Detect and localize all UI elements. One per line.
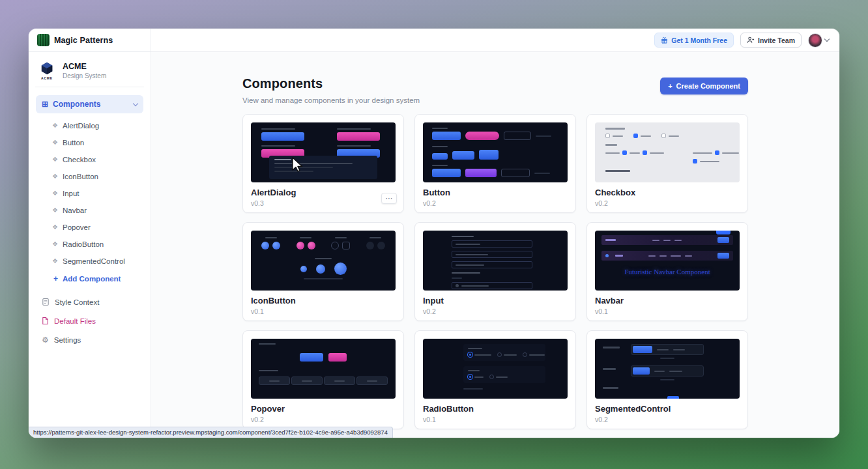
thumb-demo	[452, 277, 462, 279]
thumb-demo	[667, 396, 679, 399]
sidebar-item-default-files[interactable]: Default Files	[35, 311, 144, 330]
component-icon: ❖	[52, 156, 58, 163]
thumb-demo	[452, 272, 480, 274]
component-icon: ❖	[52, 224, 58, 231]
thumb-demo	[257, 258, 389, 279]
component-card-radiobutton[interactable]: RadioButton v0.1	[414, 330, 576, 429]
card-name: Navbar	[595, 296, 747, 306]
component-card-checkbox[interactable]: Checkbox v0.2	[586, 114, 748, 213]
sidebar-item-navbar[interactable]: ❖Navbar	[35, 202, 144, 219]
card-menu-button[interactable]: ⋯	[381, 193, 397, 204]
card-version: v0.1	[251, 307, 403, 315]
sidebar-item-iconbutton[interactable]: ❖IconButton	[35, 168, 144, 185]
gift-icon	[661, 36, 668, 44]
thumb-demo	[259, 343, 276, 345]
sidebar-item-input[interactable]: ❖Input	[35, 185, 144, 202]
top-bar: Magic Patterns Get 1 Month Free Invite T…	[29, 29, 839, 52]
thumb-headline: Futuristic Navbar Component	[601, 268, 733, 276]
component-thumbnail[interactable]	[595, 339, 740, 399]
component-list: ❖AlertDialog ❖Button ❖Checkbox ❖IconButt…	[35, 116, 144, 289]
sidebar-item-style-context[interactable]: Style Context	[35, 292, 144, 311]
component-thumbnail[interactable]	[251, 339, 396, 399]
get-month-free-label: Get 1 Month Free	[671, 36, 727, 44]
thumb-demo	[605, 144, 617, 146]
component-card-navbar[interactable]: Futuristic Navbar Component Navbar v0.1	[586, 222, 748, 321]
thumb-demo	[463, 366, 545, 383]
sidebar-item-settings[interactable]: ⚙ Settings	[35, 330, 144, 349]
thumb-demo	[716, 231, 731, 234]
card-version: v0.3	[251, 199, 403, 207]
component-thumbnail[interactable]	[423, 122, 568, 182]
add-component-button[interactable]: + Add Component	[35, 270, 144, 287]
component-card-popover[interactable]: Popover v0.2	[242, 330, 404, 429]
thumb-demo	[257, 237, 389, 249]
component-thumbnail[interactable]	[595, 122, 740, 182]
sidebar-item-label: AlertDialog	[63, 122, 99, 130]
component-thumbnail[interactable]	[251, 122, 396, 182]
sidebar-item-components[interactable]: ⊞ Components	[36, 95, 143, 113]
plus-icon: +	[53, 275, 58, 283]
acme-logo: ACME	[37, 61, 57, 80]
component-card-segmentedcontrol[interactable]: SegmentedControl v0.2	[586, 330, 748, 429]
create-component-button[interactable]: + Create Component	[660, 78, 748, 94]
thumb-demo	[452, 261, 532, 268]
sidebar-item-label: RadioButton	[63, 240, 104, 248]
component-card-input[interactable]: Input v0.2	[414, 222, 576, 321]
sidebar-item-alertdialog[interactable]: ❖AlertDialog	[35, 117, 144, 134]
card-name: Button	[423, 188, 575, 197]
card-name: Popover	[251, 404, 403, 414]
thumb-demo	[601, 235, 733, 245]
thumb-demo	[259, 353, 388, 362]
components-nav-label: Components	[53, 100, 100, 109]
add-component-label: Add Component	[63, 275, 121, 283]
get-month-free-button[interactable]: Get 1 Month Free	[654, 33, 734, 48]
component-icon: ❖	[52, 190, 58, 197]
sidebar-item-popover[interactable]: ❖Popover	[35, 219, 144, 236]
card-name: Input	[423, 296, 575, 306]
gear-icon: ⚙	[42, 336, 49, 344]
component-card-alertdialog[interactable]: AlertDialog v0.3 ⋯	[242, 114, 404, 213]
card-version: v0.2	[423, 199, 575, 207]
component-card-button[interactable]: Button v0.2	[414, 114, 576, 213]
component-thumbnail[interactable]	[251, 231, 396, 291]
invite-team-label: Invite Team	[758, 36, 795, 44]
avatar	[808, 33, 822, 48]
component-thumbnail[interactable]: Futuristic Navbar Component	[595, 231, 740, 291]
chevron-down-icon	[824, 36, 830, 42]
plus-icon: +	[668, 82, 672, 90]
component-icon: ❖	[52, 122, 58, 129]
topbar-actions: Get 1 Month Free Invite Team	[654, 33, 839, 48]
default-files-label: Default Files	[54, 317, 96, 325]
component-thumbnail[interactable]	[423, 339, 568, 399]
sidebar-item-segmentedcontrol[interactable]: ❖SegmentedControl	[35, 253, 144, 270]
card-version: v0.2	[423, 307, 575, 315]
sidebar-item-radiobutton[interactable]: ❖RadioButton	[35, 236, 144, 253]
thumb-demo	[259, 370, 278, 371]
thumb-demo	[452, 282, 532, 289]
thumb-demo	[463, 388, 483, 390]
component-thumbnail[interactable]	[423, 231, 568, 291]
component-icon: ❖	[52, 173, 58, 180]
document-icon	[42, 298, 50, 306]
thumb-demo	[261, 128, 310, 141]
card-name: AlertDialog	[251, 188, 403, 197]
card-version: v0.2	[595, 199, 747, 207]
thumb-demo	[337, 128, 385, 141]
invite-team-button[interactable]: Invite Team	[740, 33, 802, 48]
sidebar-item-checkbox[interactable]: ❖Checkbox	[35, 151, 144, 168]
thumb-demo	[605, 134, 729, 138]
sidebar-item-button[interactable]: ❖Button	[35, 134, 144, 151]
style-context-label: Style Context	[55, 298, 99, 306]
card-name: IconButton	[251, 296, 403, 306]
sidebar-item-label: Button	[63, 139, 84, 147]
acme-logo-caption: ACME	[41, 76, 53, 80]
sidebar-item-label: Navbar	[63, 206, 87, 214]
workspace-switcher[interactable]: ACME ACME Design System	[35, 60, 144, 87]
thumb-demo	[605, 150, 729, 163]
component-card-iconbutton[interactable]: IconButton v0.1	[242, 222, 404, 321]
grid-icon: ⊞	[42, 100, 48, 108]
thumb-demo	[432, 165, 558, 177]
page-subtitle: View and manage components in your desig…	[242, 96, 420, 104]
component-icon: ❖	[52, 139, 58, 146]
account-menu[interactable]	[808, 33, 829, 48]
